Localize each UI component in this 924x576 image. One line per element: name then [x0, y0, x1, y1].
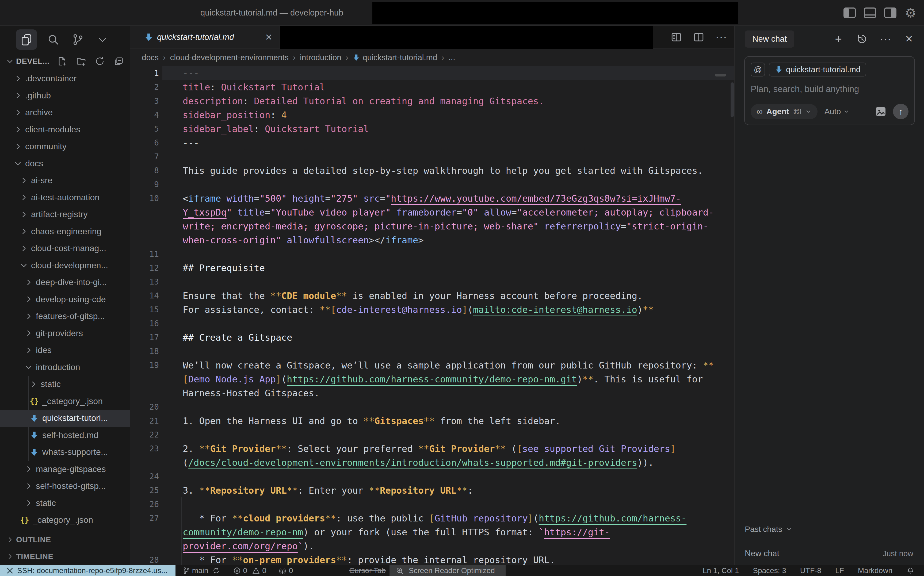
code-line-22[interactable]: 22: [130, 428, 734, 442]
breadcrumb-item[interactable]: docs: [142, 53, 159, 62]
toggle-panel-icon[interactable]: [863, 6, 876, 19]
code-line-8[interactable]: 8This guide provides a detailed step-by-…: [130, 164, 734, 178]
model-selector[interactable]: Auto: [825, 107, 850, 116]
explorer-section-header[interactable]: DEVEL...: [0, 53, 130, 69]
tree-item-static[interactable]: static: [0, 376, 130, 393]
code-line-23[interactable]: 232. **Git Provider**: Select your prefe…: [130, 442, 734, 456]
tab-close-icon[interactable]: ✕: [265, 32, 273, 43]
open-preview-icon[interactable]: [670, 31, 682, 43]
tree-item-community[interactable]: community: [0, 138, 130, 155]
code-line-wrap[interactable]: community/demo-repo-nm) or your fork (us…: [130, 525, 734, 539]
code-line-19[interactable]: 19We’ll now create a Gitspace, we’ll use…: [130, 358, 734, 372]
code-line-5[interactable]: 5sidebar_label: Quickstart Tutorial: [130, 122, 734, 136]
breadcrumb-item[interactable]: introduction: [300, 53, 341, 62]
new-folder-icon[interactable]: [75, 56, 86, 67]
settings-gear-icon[interactable]: ⚙: [904, 6, 917, 19]
tree-item-cloud-developmen...[interactable]: cloud-developmen...: [0, 257, 130, 274]
code-line-21[interactable]: 211. Open the Harness UI and go to **Git…: [130, 414, 734, 428]
code-line-wrap[interactable]: when-cross-origin" allowfullscreen></ifr…: [130, 233, 734, 247]
code-line-11[interactable]: 11: [130, 247, 734, 261]
tree-item-self-hosted.md[interactable]: self-hosted.md: [0, 427, 130, 444]
tree-item-whats-supporte...[interactable]: whats-supporte...: [0, 444, 130, 461]
problems-status[interactable]: 0 0: [233, 566, 266, 575]
tree-item--category-.json[interactable]: {}_category_.json: [0, 393, 130, 410]
collapse-all-icon[interactable]: [113, 56, 124, 67]
ports-status[interactable]: 0: [278, 566, 293, 575]
code-line-wrap[interactable]: provider.com/org/repo`).: [130, 539, 734, 553]
refresh-icon[interactable]: [94, 56, 106, 67]
chat-input-box[interactable]: @ quickstart-tutorial.md Plan, search, b…: [744, 56, 915, 125]
encoding[interactable]: UTF-8: [800, 566, 821, 575]
code-line-28[interactable]: 28 * For **on-prem providers**: provide …: [130, 553, 734, 565]
breadcrumb-more[interactable]: ...: [448, 53, 455, 62]
new-chat-plus-icon[interactable]: +: [833, 33, 844, 45]
code-line-14[interactable]: 14Ensure that the **CDE module** is enab…: [130, 289, 734, 303]
scrollbar-decoration[interactable]: [715, 74, 726, 77]
chat-title-tab[interactable]: New chat: [745, 30, 794, 48]
chat-close-icon[interactable]: ✕: [903, 33, 915, 45]
split-editor-icon[interactable]: [693, 31, 705, 43]
tree-item-.github[interactable]: .github: [0, 87, 130, 104]
code-line-10[interactable]: 10<iframe width="500" height="275" src="…: [130, 192, 734, 205]
tree-item-archive[interactable]: archive: [0, 104, 130, 121]
code-line-wrap[interactable]: [Demo Node.js App](https://github.com/ha…: [130, 372, 734, 386]
toggle-sidebar-icon[interactable]: [843, 6, 856, 19]
code-line-15[interactable]: 15For assistance, contact: **[cde-intere…: [130, 303, 734, 317]
code-line-wrap[interactable]: Harness-Hosted Gitspaces.: [130, 386, 734, 400]
tree-item-features-of-gitsp...[interactable]: features-of-gitsp...: [0, 308, 130, 325]
tree-item-artifact-registry[interactable]: artifact-registry: [0, 206, 130, 223]
breadcrumb-item[interactable]: cloud-development-environments: [170, 53, 289, 62]
language-mode[interactable]: Markdown: [858, 566, 892, 575]
outline-panel-header[interactable]: OUTLINE: [0, 531, 130, 548]
past-chat-item[interactable]: New chat Just now: [745, 549, 913, 558]
tree-item--category-.json[interactable]: {}_category_.json: [0, 512, 130, 529]
agent-mode-selector[interactable]: ∞ Agent ⌘I: [751, 104, 818, 119]
source-control-icon[interactable]: [70, 31, 86, 48]
toggle-secondary-sidebar-icon[interactable]: [884, 6, 897, 19]
code-line-20[interactable]: 20: [130, 400, 734, 414]
more-views-chevron-icon[interactable]: [94, 31, 111, 48]
code-line-12[interactable]: 12## Prerequisite: [130, 261, 734, 275]
tree-item-static[interactable]: static: [0, 495, 130, 512]
tab-quickstart-tutorial[interactable]: quickstart-tutorial.md ✕: [130, 26, 280, 48]
code-line-6[interactable]: 6---: [130, 136, 734, 150]
cursor-position[interactable]: Ln 1, Col 1: [703, 566, 739, 575]
code-line-24[interactable]: 24: [130, 470, 734, 483]
new-file-icon[interactable]: [57, 56, 68, 67]
code-line-25[interactable]: 253. **Repository URL**: Enter your **Re…: [130, 483, 734, 498]
attach-image-icon[interactable]: [875, 106, 887, 117]
tree-item-deep-dive-into-gi...[interactable]: deep-dive-into-gi...: [0, 274, 130, 291]
explorer-icon[interactable]: [16, 29, 37, 50]
code-line-1[interactable]: 1---: [130, 66, 734, 80]
chat-more-icon[interactable]: ⋯: [879, 33, 891, 45]
chat-history-icon[interactable]: [856, 33, 868, 45]
more-actions-icon[interactable]: ⋯: [715, 31, 727, 43]
search-icon[interactable]: [45, 31, 61, 48]
code-line-4[interactable]: 4sidebar_position: 4: [130, 108, 734, 122]
code-line-18[interactable]: 18: [130, 344, 734, 358]
code-line-26[interactable]: 26: [130, 498, 734, 511]
eol-sequence[interactable]: LF: [835, 566, 844, 575]
code-line-wrap[interactable]: (/docs/cloud-development-environments/in…: [130, 456, 734, 470]
code-line-17[interactable]: 17## Create a Gitspace: [130, 331, 734, 344]
scrollbar-slider[interactable]: [730, 82, 734, 117]
code-editor[interactable]: 1---2title: Quickstart Tutorial3descript…: [130, 66, 734, 565]
code-line-7[interactable]: 7: [130, 150, 734, 164]
tree-item-ai-test-automation[interactable]: ai-test-automation: [0, 189, 130, 206]
code-line-2[interactable]: 2title: Quickstart Tutorial: [130, 80, 734, 94]
tree-item-docs[interactable]: docs: [0, 155, 130, 172]
tree-item-.devcontainer[interactable]: .devcontainer: [0, 70, 130, 87]
tree-item-cloud-cost-manag...[interactable]: cloud-cost-manag...: [0, 240, 130, 257]
tree-item-chaos-engineering[interactable]: chaos-engineering: [0, 223, 130, 240]
tree-item-ides[interactable]: ides: [0, 342, 130, 359]
code-line-wrap[interactable]: write; encrypted-media; gyroscope; pictu…: [130, 219, 734, 233]
code-line-3[interactable]: 3description: Detailed Tutorial on creat…: [130, 94, 734, 108]
tree-item-manage-gitspaces[interactable]: manage-gitspaces: [0, 461, 130, 478]
remote-indicator[interactable]: SSH: documentation-repo-e5ifp9-8rzze4.us…: [0, 565, 176, 576]
send-button[interactable]: ↑: [893, 104, 908, 119]
tree-item-quickstart-tutori...[interactable]: quickstart-tutori...: [0, 410, 130, 427]
breadcrumb-file[interactable]: quickstart-tutorial.md: [352, 53, 437, 62]
screen-reader-status[interactable]: Screen Reader Optimized: [389, 565, 506, 576]
notifications-bell-icon[interactable]: [906, 566, 914, 574]
tree-item-git-providers[interactable]: git-providers: [0, 325, 130, 342]
